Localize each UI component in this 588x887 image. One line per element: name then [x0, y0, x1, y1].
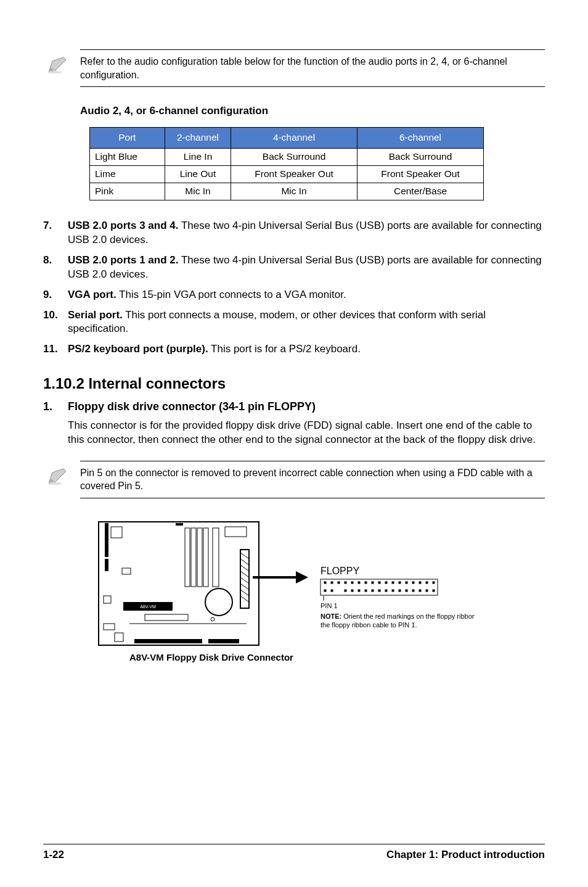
item-lead: USB 2.0 ports 1 and 2. — [68, 254, 179, 266]
svg-rect-61 — [385, 590, 387, 592]
svg-rect-9 — [115, 633, 123, 642]
svg-rect-36 — [324, 582, 326, 584]
list-item: 7. USB 2.0 ports 3 and 4. These two 4-pi… — [43, 219, 545, 247]
svg-rect-3 — [111, 527, 122, 538]
diagram-note-lead: NOTE: — [321, 613, 341, 620]
svg-rect-17 — [203, 528, 208, 587]
svg-rect-39 — [345, 582, 346, 584]
svg-rect-52 — [433, 582, 435, 584]
section-heading: 1.10.2 Internal connectors — [43, 374, 545, 394]
item-number: 11. — [43, 342, 68, 357]
svg-rect-68 — [433, 590, 435, 592]
svg-point-32 — [211, 617, 214, 621]
item-body: PS/2 keyboard port (purple). This port i… — [68, 342, 545, 357]
svg-rect-66 — [419, 590, 421, 592]
diagram-note-text: Orient the red markings on the floppy ri… — [341, 613, 475, 620]
svg-rect-7 — [104, 596, 111, 603]
chapter-label: Chapter 1: Product introduction — [386, 848, 545, 862]
table-row: Lime Line Out Front Speaker Out Front Sp… — [90, 165, 484, 183]
th-2channel: 2-channel — [165, 128, 231, 149]
page-footer: 1-22 Chapter 1: Product introduction — [43, 844, 545, 862]
svg-rect-4 — [105, 523, 108, 557]
floppy-connector-diagram: A8V-VM FLOPPY — [92, 516, 545, 674]
svg-rect-8 — [104, 624, 115, 630]
list-item: 10. Serial port. This port connects a mo… — [43, 308, 545, 337]
item-body: USB 2.0 ports 1 and 2. These two 4-pin U… — [68, 254, 545, 282]
svg-rect-2 — [99, 522, 259, 645]
svg-rect-37 — [331, 582, 333, 584]
svg-rect-48 — [406, 582, 407, 584]
list-item: 8. USB 2.0 ports 1 and 2. These two 4-pi… — [43, 254, 545, 282]
board-label: A8V-VM — [140, 604, 156, 609]
item-number: 8. — [43, 254, 68, 282]
item-text: This port connects a mouse, modem, or ot… — [68, 309, 486, 335]
item-number: 10. — [43, 308, 68, 337]
sub-number: 1. — [43, 399, 68, 414]
svg-rect-10 — [134, 639, 202, 643]
svg-rect-59 — [372, 590, 374, 592]
svg-rect-40 — [351, 582, 353, 584]
svg-rect-67 — [426, 590, 428, 592]
svg-rect-56 — [351, 590, 353, 592]
svg-rect-43 — [372, 582, 374, 584]
svg-rect-62 — [392, 590, 394, 592]
svg-point-1 — [47, 482, 62, 485]
svg-text:NOTE: Orient the red markings : NOTE: Orient the red markings on the flo… — [321, 613, 475, 620]
svg-rect-50 — [419, 582, 421, 584]
svg-rect-60 — [378, 590, 380, 592]
page-number: 1-22 — [43, 848, 64, 862]
item-text: This port is for a PS/2 keyboard. — [208, 343, 361, 355]
pin1-label: PIN 1 — [321, 602, 338, 609]
pencil-icon — [46, 54, 71, 75]
svg-rect-44 — [378, 582, 380, 584]
svg-rect-30 — [145, 614, 188, 621]
svg-rect-64 — [406, 590, 407, 592]
svg-rect-54 — [331, 590, 333, 592]
note-pin5: Pin 5 on the connector is removed to pre… — [80, 461, 545, 498]
item-body: USB 2.0 ports 3 and 4. These two 4-pin U… — [68, 219, 545, 247]
svg-line-29 — [240, 596, 249, 602]
svg-rect-49 — [412, 582, 414, 584]
svg-rect-38 — [338, 582, 340, 584]
svg-rect-5 — [105, 559, 108, 571]
item-lead: Serial port. — [68, 309, 123, 321]
diagram-caption: A8V-VM Floppy Disk Drive Connector — [129, 652, 293, 662]
sub-body: This connector is for the provided flopp… — [68, 419, 545, 447]
svg-rect-58 — [365, 590, 367, 592]
board-diagram-svg: A8V-VM FLOPPY — [92, 516, 475, 670]
svg-rect-65 — [412, 590, 414, 592]
svg-rect-16 — [197, 528, 202, 587]
th-4channel: 4-channel — [231, 128, 357, 149]
svg-rect-14 — [185, 528, 190, 587]
pencil-icon — [46, 465, 71, 486]
svg-rect-15 — [191, 528, 196, 587]
sub-title: Floppy disk drive connector (34-1 pin FL… — [68, 399, 316, 414]
item-text: This 15-pin VGA port connects to a VGA m… — [116, 289, 346, 300]
th-port: Port — [90, 128, 165, 149]
svg-rect-42 — [365, 582, 367, 584]
svg-line-22 — [240, 553, 249, 559]
svg-line-28 — [240, 590, 249, 596]
audio-config-table: Port 2-channel 4-channel 6-channel Light… — [89, 127, 484, 200]
svg-rect-53 — [324, 590, 326, 592]
note-text: Refer to the audio configuration table b… — [80, 56, 507, 80]
svg-rect-19 — [225, 527, 247, 537]
svg-marker-34 — [296, 571, 308, 584]
list-item: 9. VGA port. This 15-pin VGA port connec… — [43, 288, 545, 302]
item-lead: USB 2.0 ports 3 and 4. — [68, 220, 179, 231]
svg-rect-57 — [358, 590, 360, 592]
table-row: Light Blue Line In Back Surround Back Su… — [90, 149, 484, 166]
svg-rect-45 — [385, 582, 387, 584]
svg-rect-21 — [240, 550, 249, 608]
svg-rect-11 — [208, 639, 239, 643]
svg-point-13 — [205, 588, 232, 616]
svg-text:the floppy ribbon cable to PIN: the floppy ribbon cable to PIN 1. — [321, 621, 417, 629]
svg-rect-51 — [426, 582, 428, 584]
note-text: Pin 5 on the connector is removed to pre… — [80, 468, 533, 492]
svg-rect-6 — [122, 568, 131, 574]
table-row: Pink Mic In Mic In Center/Base — [90, 183, 484, 200]
list-item: 11. PS/2 keyboard port (purple). This po… — [43, 342, 545, 357]
svg-rect-20 — [176, 523, 183, 526]
svg-point-0 — [47, 71, 62, 73]
note-audio-config: Refer to the audio configuration table b… — [80, 49, 545, 87]
